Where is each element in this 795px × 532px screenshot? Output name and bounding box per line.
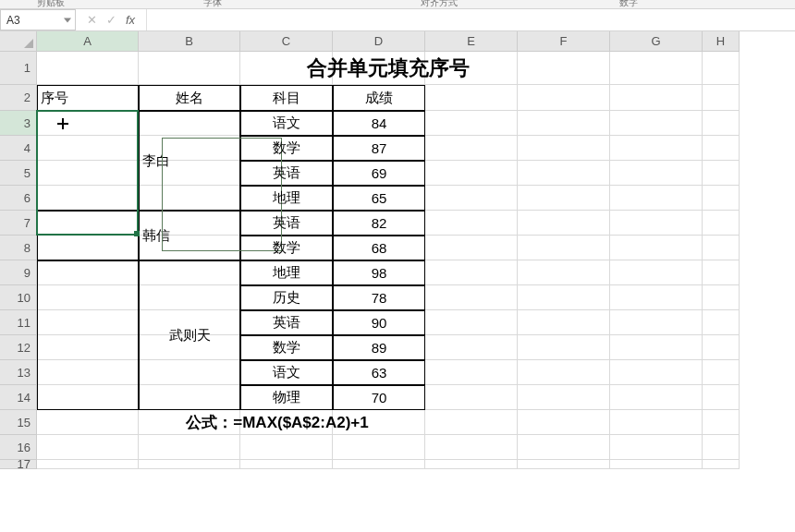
score-cell[interactable]: 65	[333, 186, 425, 211]
col-header-F[interactable]: F	[518, 31, 610, 51]
row-header-12[interactable]: 12	[0, 335, 36, 360]
spreadsheet: ABCDEFGH 1234567891011121314151617 合并单元填…	[0, 31, 795, 530]
active-cell-outline	[36, 110, 139, 236]
ribbon-label: 剪贴板	[37, 0, 65, 9]
score-cell[interactable]: 90	[333, 310, 425, 335]
row-header-3[interactable]: 3	[0, 111, 36, 136]
subject-cell[interactable]: 英语	[240, 161, 333, 186]
row-header-13[interactable]: 13	[0, 360, 36, 385]
row-header-16[interactable]: 16	[0, 435, 36, 460]
cross-cursor-icon	[57, 118, 68, 129]
score-cell[interactable]: 68	[333, 236, 425, 260]
row-header-7[interactable]: 7	[0, 211, 36, 236]
row-header-5[interactable]: 5	[0, 161, 36, 186]
score-cell[interactable]: 98	[333, 260, 425, 285]
header-subj[interactable]: 科目	[240, 85, 333, 111]
subject-cell[interactable]: 历史	[240, 285, 333, 310]
row-headers: 1234567891011121314151617	[0, 52, 37, 469]
score-cell[interactable]: 82	[333, 211, 425, 236]
formula-note[interactable]: 公式：=MAX($A$2:A2)+1	[37, 410, 518, 435]
cancel-icon[interactable]: ✕	[87, 13, 97, 27]
subject-cell[interactable]: 物理	[240, 385, 333, 410]
row-header-6[interactable]: 6	[0, 186, 36, 211]
col-header-A[interactable]: A	[37, 31, 139, 51]
row-header-1[interactable]: 1	[0, 52, 36, 85]
header-score[interactable]: 成绩	[333, 85, 425, 111]
row-header-4[interactable]: 4	[0, 136, 36, 161]
subject-cell[interactable]: 数学	[240, 236, 333, 260]
score-cell[interactable]: 89	[333, 335, 425, 360]
subject-cell[interactable]: 英语	[240, 211, 333, 236]
subject-cell[interactable]: 地理	[240, 186, 333, 211]
score-cell[interactable]: 84	[333, 111, 425, 136]
formula-input[interactable]	[147, 9, 795, 30]
col-header-H[interactable]: H	[703, 31, 740, 51]
row-header-15[interactable]: 15	[0, 410, 36, 435]
formula-bar: A3 ✕ ✓ fx	[0, 9, 795, 31]
score-cell[interactable]: 87	[333, 136, 425, 161]
column-headers: ABCDEFGH	[37, 31, 740, 52]
title-cell[interactable]: 合并单元填充序号	[37, 52, 740, 85]
subject-cell[interactable]: 英语	[240, 310, 333, 335]
name-cell-hanxin[interactable]: 韩信	[139, 211, 240, 260]
formula-controls: ✕ ✓ fx	[76, 9, 147, 30]
subject-cell[interactable]: 语文	[240, 111, 333, 136]
row-header-9[interactable]: 9	[0, 260, 36, 285]
score-cell[interactable]: 63	[333, 360, 425, 385]
name-box[interactable]: A3	[0, 9, 76, 30]
confirm-icon[interactable]: ✓	[106, 13, 116, 27]
name-cell-libai[interactable]: 李白	[139, 111, 240, 211]
ribbon-label: 对齐方式	[421, 0, 458, 9]
score-cell[interactable]: 78	[333, 285, 425, 310]
col-header-G[interactable]: G	[610, 31, 703, 51]
ribbon-label: 数字	[619, 0, 638, 9]
subject-cell[interactable]: 数学	[240, 335, 333, 360]
score-cell[interactable]: 69	[333, 161, 425, 186]
row-header-14[interactable]: 14	[0, 385, 36, 410]
row-header-11[interactable]: 11	[0, 310, 36, 335]
ribbon-label: 字体	[203, 0, 222, 9]
col-header-C[interactable]: C	[240, 31, 333, 51]
col-header-B[interactable]: B	[139, 31, 240, 51]
subject-cell[interactable]: 数学	[240, 136, 333, 161]
subject-cell[interactable]: 地理	[240, 260, 333, 285]
ribbon-group-labels: 剪贴板 字体 对齐方式 数字	[0, 0, 795, 9]
row-header-2[interactable]: 2	[0, 85, 36, 111]
header-seq[interactable]: 序号	[37, 85, 139, 111]
fx-icon[interactable]: fx	[126, 13, 135, 27]
col-header-D[interactable]: D	[333, 31, 425, 51]
row-header-8[interactable]: 8	[0, 236, 36, 260]
row-header-10[interactable]: 10	[0, 285, 36, 310]
chevron-down-icon	[64, 18, 71, 22]
select-all-corner[interactable]	[0, 31, 37, 52]
row-header-17[interactable]: 17	[0, 460, 36, 469]
name-box-value: A3	[6, 14, 20, 27]
header-name[interactable]: 姓名	[139, 85, 240, 111]
name-cell-wuzetian[interactable]: 武则天	[139, 260, 240, 410]
score-cell[interactable]: 70	[333, 385, 425, 410]
subject-cell[interactable]: 语文	[240, 360, 333, 385]
col-header-E[interactable]: E	[425, 31, 518, 51]
